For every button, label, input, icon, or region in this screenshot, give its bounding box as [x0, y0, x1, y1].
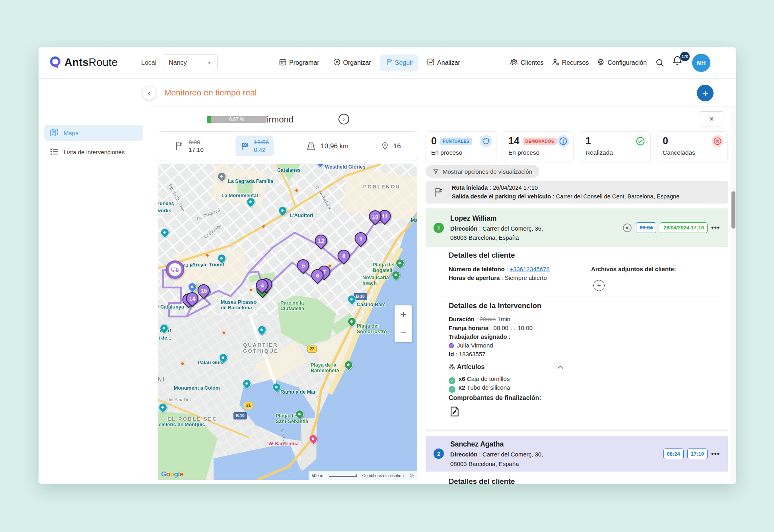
status-card-puntuales[interactable]: 0PUNTUALESEn proceso: [426, 131, 496, 162]
map-icon: [50, 128, 58, 138]
status-card-demorados[interactable]: 14DEMORADOSEn proceso: [503, 131, 574, 162]
planned-time-pill: 08:04: [640, 225, 653, 231]
section-divider: [440, 297, 723, 297]
nav-item-organizar[interactable]: Organizar: [328, 54, 376, 71]
proofs-label: Comprobantes de finalización:: [449, 394, 541, 402]
avatar[interactable]: MH: [692, 54, 710, 72]
address-line1: Carrer del Comerç, 30,: [482, 451, 543, 458]
next-route-button[interactable]: ›: [338, 114, 349, 124]
map-label: C. de Badajoz: [314, 185, 333, 211]
collapse-articles-button[interactable]: [557, 364, 564, 371]
resources-icon: [552, 58, 560, 68]
site-select[interactable]: Nancy ▼: [163, 54, 218, 71]
actual-time-pill: 17:10: [687, 449, 708, 459]
poi-pin-icon: [216, 252, 228, 264]
display-options-label: Mostrar opciones de visualización: [443, 168, 532, 175]
map-stop-marker-15[interactable]: 15: [198, 284, 210, 297]
nav-item-programar[interactable]: Programar: [274, 54, 324, 71]
add-attachment-button[interactable]: +: [593, 280, 605, 291]
map-label: elefèric de Montjuïc: [159, 422, 205, 427]
stop-card-1[interactable]: 1 Lopez William Dirección : Carrer del C…: [426, 208, 728, 247]
map[interactable]: CatalanesWestfield GlòriesLa Sagrada Fam…: [158, 164, 417, 480]
notifications-button[interactable]: 170: [672, 55, 686, 70]
map-label: Nova Icaria beach: [362, 275, 389, 286]
map-stop-marker-9[interactable]: 9: [355, 232, 367, 245]
scrollbar-track[interactable]: [731, 107, 736, 484]
stop-menu-button[interactable]: •••: [711, 450, 720, 458]
map-stop-marker-8[interactable]: 8: [338, 250, 350, 262]
sidebar-item-mapa[interactable]: Mapa: [44, 125, 143, 141]
target-icon[interactable]: [622, 223, 632, 233]
map-stop-marker-12[interactable]: 12: [315, 235, 327, 247]
marker-number: 14: [189, 295, 195, 302]
map-label: NI: [158, 377, 165, 382]
display-options-button[interactable]: Mostrar opciones de visualización: [426, 165, 539, 178]
stat-stops: 16: [381, 142, 401, 151]
zoom-out-button[interactable]: −: [395, 324, 412, 342]
map-stop-marker-6[interactable]: 6: [311, 269, 324, 282]
site-select-value: Nancy: [169, 59, 187, 66]
zoom-in-button[interactable]: +: [395, 305, 412, 324]
status-card-canceladas[interactable]: 0Canceladas: [657, 131, 728, 162]
client-details-heading: Detalles del cliente: [449, 251, 515, 260]
marker-number: 15: [200, 287, 207, 294]
back-button[interactable]: ‹: [142, 86, 156, 100]
chevron-up-icon: [557, 364, 564, 370]
nav-item-configuracin[interactable]: Configuración: [596, 56, 648, 70]
search-button[interactable]: [653, 56, 667, 70]
close-panel-button[interactable]: ✕: [699, 111, 724, 126]
add-button[interactable]: +: [697, 85, 714, 101]
map-zoom-control: + −: [395, 305, 412, 342]
calendar-icon: [279, 58, 287, 68]
poi-pin-icon: [277, 205, 289, 217]
marker-number: 12: [318, 238, 324, 244]
van-icon: [171, 266, 179, 274]
map-label: Av. Diagonal: [196, 208, 221, 221]
status-label: Canceladas: [663, 149, 722, 156]
address-label: Dirección: [450, 225, 477, 232]
map-stop-marker-14[interactable]: 14: [186, 292, 198, 305]
nav-item-analizar[interactable]: Analizar: [422, 54, 465, 71]
flag-icon: [434, 187, 445, 198]
map-stop-marker-5[interactable]: 5: [297, 259, 309, 272]
route-departure-label: Salida desde el parking del vehículo :: [452, 193, 554, 200]
sitemap-icon: [449, 364, 455, 370]
map-label: POBLENOU: [363, 184, 401, 190]
address-label: Dirección: [450, 451, 477, 458]
stop-number-badge: 2: [434, 449, 444, 459]
nav-item-label: Organizar: [343, 59, 371, 66]
articles-label: Artículos: [457, 363, 484, 370]
vehicle-marker[interactable]: [166, 260, 184, 279]
stop-client-name: Sanchez Agatha: [450, 439, 543, 450]
map-stop-marker-4[interactable]: 4: [256, 279, 268, 291]
nav-item-label: Seguir: [395, 59, 413, 66]
nav-item-clientes[interactable]: Clientes: [509, 56, 545, 69]
map-label: Arc de Triomf: [192, 262, 224, 268]
map-terms-link[interactable]: Conditions d'utilisation: [362, 473, 404, 478]
status-card-realizada[interactable]: 1Realizada: [580, 131, 651, 162]
stat-distance: 10,96 km: [305, 141, 348, 151]
nav-item-recursos[interactable]: Recursos: [551, 56, 590, 69]
nav-item-seguir[interactable]: Seguir: [380, 54, 418, 71]
phone-link[interactable]: +33612345678: [510, 266, 550, 272]
sidebar-item-label: Mapa: [64, 130, 79, 136]
articles-row[interactable]: Artículos: [449, 363, 484, 371]
map-label: L'Auditori: [290, 213, 313, 218]
map-stop-marker-10[interactable]: 10: [369, 210, 381, 223]
end-remaining: 0:42: [254, 146, 269, 154]
stop-menu-button[interactable]: •••: [711, 223, 720, 232]
marker-number: 6: [316, 272, 319, 279]
address-line2: 08003 Barcelona, España: [450, 234, 519, 241]
map-label: Rambla de Mar: [280, 389, 316, 395]
screen: { "app":{"brand_bold":"Ants","brand_regu…: [0, 0, 774, 532]
stop-card-2[interactable]: 2 Sanchez Agatha Dirección : Carrer del …: [426, 436, 728, 472]
map-label: Westfield Glòries: [325, 164, 366, 170]
brand-logo[interactable]: AntsRoute: [49, 56, 118, 69]
poi-pin-icon: [346, 293, 358, 305]
address-line1: Carrer del Comerç, 36,: [482, 225, 543, 232]
scrollbar-thumb[interactable]: [731, 191, 735, 229]
nav-item-label: Clientes: [521, 59, 544, 66]
signature-proof-button[interactable]: [449, 406, 461, 419]
sidebar-item-lista-de-intervenciones[interactable]: Lista de intervenciones: [44, 144, 143, 160]
marker-number: 5: [301, 262, 305, 269]
